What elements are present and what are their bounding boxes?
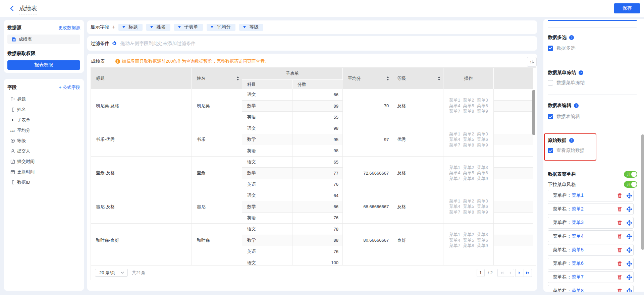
- field-item-数据ID[interactable]: 数据ID: [7, 177, 80, 187]
- row-menu-link[interactable]: 菜单7: [449, 142, 460, 148]
- row-menu-link[interactable]: 菜单4: [449, 170, 460, 176]
- checkbox-icon[interactable]: [548, 80, 553, 85]
- table-scrollbar[interactable]: [532, 90, 535, 135]
- row-menu-link[interactable]: 菜单2: [463, 98, 474, 103]
- move-icon[interactable]: [627, 206, 632, 212]
- row-menu-link[interactable]: 菜单1: [449, 131, 460, 137]
- gear-icon[interactable]: [112, 41, 117, 46]
- menubar-toggle[interactable]: 开: [624, 171, 637, 178]
- menubar-item-link[interactable]: 菜单5: [572, 247, 584, 253]
- row-menu-link[interactable]: 菜单3: [477, 232, 488, 238]
- row-menu-link[interactable]: 菜单2: [463, 232, 474, 238]
- row-menu-link[interactable]: 菜单8: [463, 210, 474, 215]
- row-menu-link[interactable]: 菜单8: [463, 176, 474, 182]
- col-header-subject[interactable]: 科目: [242, 79, 292, 89]
- trash-icon[interactable]: [617, 288, 623, 292]
- panel-scrollbar[interactable]: [641, 134, 644, 250]
- field-item-更新时间[interactable]: 7更新时间: [7, 167, 80, 177]
- field-item-提交时间[interactable]: 7提交时间: [7, 156, 80, 167]
- checkbox-icon[interactable]: [548, 114, 553, 119]
- row-menu-link[interactable]: 菜单1: [449, 232, 460, 238]
- row-menu-link[interactable]: 菜单7: [449, 210, 460, 215]
- row-menu-link[interactable]: 菜单3: [477, 165, 488, 171]
- help-icon[interactable]: ?: [569, 35, 574, 40]
- dropdown-style-toggle[interactable]: 开: [624, 181, 637, 188]
- page-title[interactable]: 成绩表: [19, 4, 37, 14]
- display-field-chip-标题[interactable]: 标题: [118, 24, 143, 31]
- menubar-item-link[interactable]: 菜单6: [572, 260, 584, 267]
- row-menu-link[interactable]: 菜单4: [449, 103, 460, 109]
- move-icon[interactable]: [627, 288, 632, 292]
- trash-icon[interactable]: [617, 275, 623, 280]
- last-page-button[interactable]: [524, 269, 532, 277]
- menubar-item-link[interactable]: 菜单2: [572, 206, 584, 212]
- col-header-score[interactable]: 分数: [292, 79, 342, 89]
- sorter-icon[interactable]: [386, 76, 389, 80]
- row-menu-link[interactable]: 菜单9: [477, 243, 488, 249]
- first-page-button[interactable]: [497, 269, 506, 277]
- trash-icon[interactable]: [617, 234, 623, 239]
- row-menu-link[interactable]: 菜单5: [463, 137, 474, 142]
- trash-icon[interactable]: [617, 261, 623, 267]
- display-field-chip-等级[interactable]: 等级: [239, 24, 263, 31]
- move-icon[interactable]: [627, 247, 632, 253]
- row-menu-link[interactable]: 菜单5: [463, 170, 474, 176]
- row-menu-link[interactable]: 菜单1: [449, 165, 460, 171]
- sorter-icon[interactable]: [438, 76, 440, 80]
- move-icon[interactable]: [627, 234, 632, 239]
- checkbox-row-数据菜单冻结[interactable]: 数据菜单冻结: [548, 80, 585, 86]
- change-datasource-link[interactable]: 更改数据源: [58, 25, 80, 31]
- field-item-子表单[interactable]: 子表单: [7, 115, 80, 125]
- move-icon[interactable]: [627, 220, 632, 226]
- datasource-item[interactable]: 成绩表: [7, 35, 80, 44]
- row-menu-link[interactable]: 菜单7: [449, 243, 460, 249]
- formula-field-link[interactable]: + 公式字段: [59, 84, 80, 91]
- trash-icon[interactable]: [617, 206, 623, 212]
- report-perm-button[interactable]: 报表权限: [7, 60, 80, 70]
- field-item-姓名[interactable]: 姓名: [7, 104, 80, 115]
- move-icon[interactable]: [627, 275, 632, 280]
- checkbox-icon[interactable]: [548, 46, 553, 51]
- trash-icon[interactable]: [617, 193, 623, 198]
- row-menu-link[interactable]: 菜单7: [449, 176, 460, 182]
- row-menu-link[interactable]: 菜单9: [477, 176, 488, 182]
- field-item-提交人[interactable]: 提交人: [7, 146, 80, 156]
- row-menu-link[interactable]: 菜单5: [463, 204, 474, 210]
- page-size-select[interactable]: 20 条/页: [95, 269, 128, 277]
- current-page-box[interactable]: 1: [477, 269, 485, 277]
- col-header-title[interactable]: 标题: [91, 68, 192, 89]
- menubar-item-link[interactable]: 菜单3: [572, 220, 584, 226]
- row-menu-link[interactable]: 菜单8: [463, 109, 474, 114]
- trash-icon[interactable]: [617, 247, 623, 253]
- display-field-chip-姓名[interactable]: 姓名: [146, 24, 170, 31]
- prev-page-button[interactable]: [506, 269, 514, 277]
- row-menu-link[interactable]: 菜单2: [463, 198, 474, 204]
- checkbox-row-数据多选[interactable]: 数据多选: [548, 45, 575, 51]
- menubar-item-link[interactable]: 菜单1: [572, 192, 584, 198]
- row-menu-link[interactable]: 菜单3: [477, 131, 488, 137]
- row-menu-link[interactable]: 菜单1: [449, 98, 460, 103]
- add-field-button[interactable]: +: [112, 24, 115, 31]
- sort-order-button[interactable]: 1: [527, 57, 537, 67]
- row-menu-link[interactable]: 菜单8: [463, 142, 474, 148]
- row-menu-link[interactable]: 菜单4: [449, 204, 460, 210]
- checkbox-row-数据表编辑[interactable]: 数据表编辑: [548, 114, 580, 120]
- sorter-icon[interactable]: [236, 76, 239, 80]
- field-item-平均分[interactable]: 123平均分: [7, 125, 80, 135]
- col-header-name[interactable]: 姓名: [192, 68, 242, 89]
- row-menu-link[interactable]: 菜单1: [449, 198, 460, 204]
- move-icon[interactable]: [627, 193, 632, 198]
- row-menu-link[interactable]: 菜单4: [449, 238, 460, 243]
- help-icon[interactable]: ?: [574, 103, 579, 108]
- row-menu-link[interactable]: 菜单3: [477, 98, 488, 103]
- row-menu-link[interactable]: 菜单9: [477, 210, 488, 215]
- field-item-等级[interactable]: 等级: [7, 135, 80, 146]
- trash-icon[interactable]: [617, 220, 623, 226]
- help-icon[interactable]: ?: [579, 70, 583, 75]
- col-header-grade[interactable]: 等级: [392, 68, 443, 89]
- menubar-item-link[interactable]: 菜单4: [572, 233, 584, 239]
- field-item-标题[interactable]: 标题: [7, 94, 80, 104]
- row-menu-link[interactable]: 菜单6: [477, 137, 488, 142]
- row-menu-link[interactable]: 菜单6: [477, 238, 488, 243]
- next-page-button[interactable]: [515, 269, 524, 277]
